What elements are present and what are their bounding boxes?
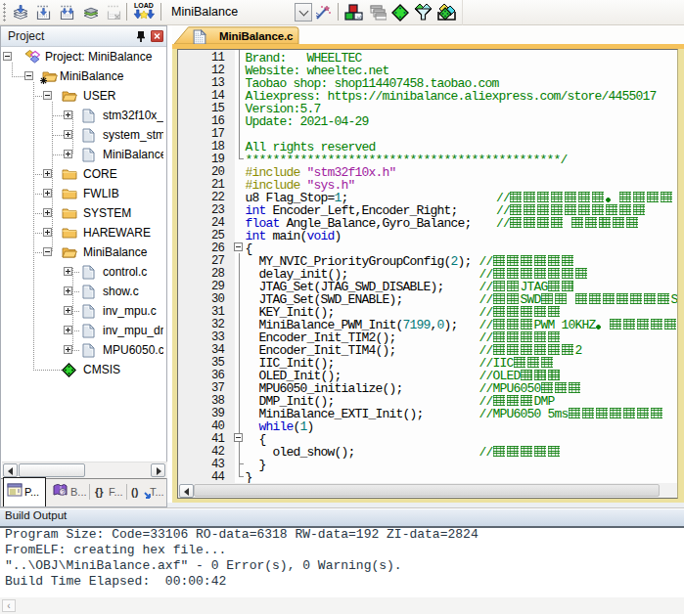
svg-text:LOAD: LOAD	[134, 2, 154, 9]
svg-text:?: ?	[61, 489, 65, 496]
